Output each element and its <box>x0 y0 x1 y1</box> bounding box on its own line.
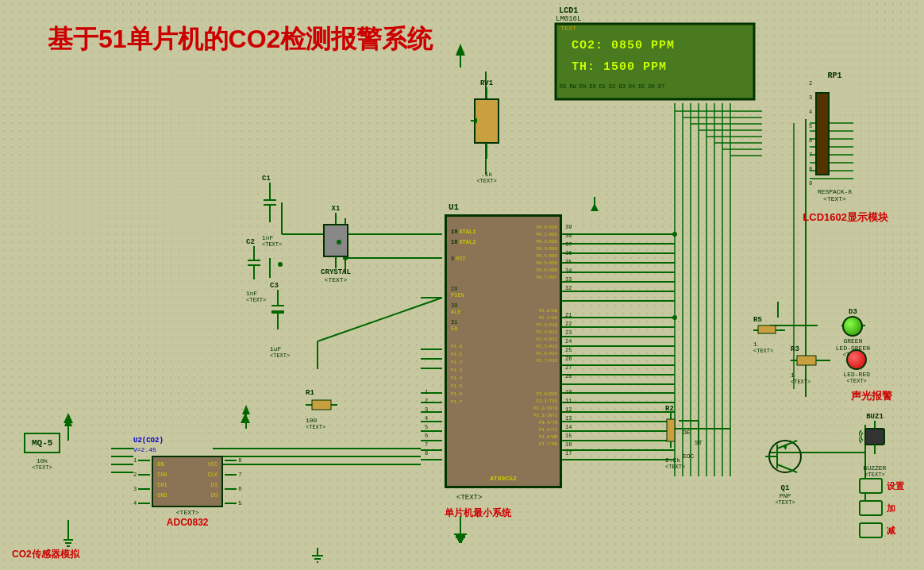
adc-chip: U2(CO2) V=2.45 1 2 3 4 <box>133 437 241 528</box>
lcd-pin-label: RW <box>569 83 576 90</box>
mcu-pin-xtal1: XTAL1 <box>459 229 475 235</box>
c3-id: C3 <box>270 282 290 290</box>
d3-color: GREEN <box>836 337 870 345</box>
rp1-pin-2: 2 <box>809 80 812 87</box>
c1-capacitor: C1 1nF <TEXT> <box>262 175 282 248</box>
p1-pin-num-1: 1 <box>425 389 428 395</box>
mq5-r10k-text: <TEXT> <box>24 464 60 471</box>
p0-pin-34: 34 <box>565 268 572 274</box>
r1-value: 100 <box>306 417 337 424</box>
mcu-pin-p2a12: P2.4/A12 <box>537 337 557 342</box>
lcd-pin-label: D5 <box>638 83 645 90</box>
mcu-pin-p0ad5: P0.5/AD5 <box>537 260 557 266</box>
vcc-arrow-mq-icon <box>61 411 75 426</box>
svg-marker-161 <box>241 413 250 423</box>
q1-text: <TEXT> <box>765 499 805 506</box>
set-button-label[interactable]: 设置 <box>887 480 904 492</box>
lcd-pin-label: RS <box>560 83 566 90</box>
d3-id: D3 <box>836 308 870 316</box>
c2-text: <TEXT> <box>246 297 266 303</box>
rp1-pin-7: 7 <box>809 152 812 158</box>
mcu-pin-p3rxd: P3.0/RXD <box>533 391 557 397</box>
reduce-button-symbol[interactable] <box>859 522 883 538</box>
p1-pin-num-4: 4 <box>425 415 428 422</box>
crystal-symbol <box>316 213 356 268</box>
p1-pin-num-6: 6 <box>425 433 428 439</box>
mcu-pin-p3wr: P3.6/WR <box>533 434 557 440</box>
lcd1602-section-label: LCD1602显示模块 <box>803 210 888 225</box>
mcu-pin-p2a8: P2.0/A8 <box>537 308 557 314</box>
mcu-pin-num-19: 19 <box>451 229 457 235</box>
rp1-module: RP1 2 3 4 5 6 7 8 9 RESPACK-8 <TEXT> <box>809 71 860 202</box>
mcu-model-label: AT89C52 <box>490 475 517 482</box>
p2-pin-22: 22 <box>565 321 572 327</box>
control-buttons: 设置 加 减 <box>859 478 904 538</box>
led-red: LED-RED <TEXT> <box>843 349 870 384</box>
svg-rect-115 <box>324 225 348 256</box>
svg-rect-144 <box>758 325 776 333</box>
rv1-potentiometer: RV1 .1k <TEXT> <box>471 79 502 184</box>
c1-id: C1 <box>262 175 282 183</box>
p2-pin-26: 26 <box>565 356 572 362</box>
p1-pin-num-2: 2 <box>425 398 428 404</box>
p2-pin-21: 21 <box>565 312 572 318</box>
gnd-lcd-arrow <box>587 197 602 221</box>
add-button-symbol[interactable] <box>859 500 883 516</box>
rp1-pin-6: 6 <box>809 137 812 144</box>
p1-pin-num-8: 8 <box>425 450 428 456</box>
mcu-pin-p13: P1.3 <box>451 368 475 373</box>
adc-pin-4: 4 <box>133 500 137 506</box>
add-button-label[interactable]: 加 <box>887 503 895 514</box>
mcu-pin-p15: P1.5 <box>451 383 475 389</box>
p2-pin-25: 25 <box>565 347 572 353</box>
r1-id: R1 <box>306 389 337 397</box>
mcu-pin-num-9: 9 <box>451 256 454 262</box>
mcu-pin-p11: P1.1 <box>451 352 475 357</box>
adc-label: <TEXT> <box>133 509 241 516</box>
vcc-arrow-adc-icon <box>238 411 252 426</box>
c2-value: 1nF <box>246 290 266 297</box>
mcu-pin-num-29: 29 <box>451 286 475 292</box>
lcd-model: LM016L <box>556 15 581 23</box>
led-red-label: LED-RED <box>843 371 870 378</box>
lcd-module: LCD1 LM016L TEXT <box>556 6 581 33</box>
mcu-pin-num-18: 18 <box>451 239 457 245</box>
set-button-symbol[interactable] <box>859 478 883 494</box>
mcu-pin-p0ad2: P0.2/AD2 <box>537 239 557 245</box>
led-green-body <box>842 316 863 337</box>
r2-text: <TEXT> <box>665 464 685 470</box>
adc-pin-6: 6 <box>238 486 241 492</box>
reduce-button-label[interactable]: 减 <box>887 525 895 537</box>
p2-pin-24: 24 <box>565 338 572 345</box>
q1-type: PNP <box>765 492 805 499</box>
lcd-component-id: LCD1 <box>556 6 581 15</box>
c1-symbol <box>262 183 278 230</box>
q1-id: Q1 <box>765 484 805 492</box>
lcd-pin-label: D1 <box>599 83 606 90</box>
st-label: ST <box>695 439 703 446</box>
crystal-label: CRYSTAL <box>316 268 356 276</box>
mcu-pin-p2a9: P2.1/A9 <box>537 315 557 321</box>
lcd-pin-label: D7 <box>658 83 664 90</box>
mcu-pin-p2a13: P2.5/A13 <box>537 344 557 349</box>
mcu-pin-ea: EA <box>451 325 475 332</box>
c3-value: 1uF <box>270 345 290 352</box>
mcu-pin-p0ad4: P0.4/AD4 <box>537 253 557 259</box>
lcd-pin-label: D2 <box>609 83 615 90</box>
p3-pin-11: 11 <box>565 398 572 404</box>
mcu-pin-p2a11: P2.3/A11 <box>537 329 557 335</box>
p3-pin-13: 13 <box>565 415 572 422</box>
r2-symbol <box>665 413 677 453</box>
svg-rect-130 <box>312 400 331 410</box>
mcu-pin-rst: RST <box>456 256 466 262</box>
adc-pin-1: 1 <box>133 457 137 464</box>
lcd-row2: TH: 1500 PPM <box>572 56 746 78</box>
mcu-pin-p17: P1.7 <box>451 399 475 405</box>
lcd-row1: CO2: 0850 PPM <box>572 35 746 56</box>
svg-point-112 <box>672 232 677 237</box>
svg-line-55 <box>318 298 442 341</box>
mcu-pin-p0ad6: P0.6/AD6 <box>537 268 557 273</box>
node-dot-1 <box>337 240 341 245</box>
adc-subsystem-label: ADC0832 <box>133 517 241 528</box>
c2-id: C2 <box>246 238 266 246</box>
